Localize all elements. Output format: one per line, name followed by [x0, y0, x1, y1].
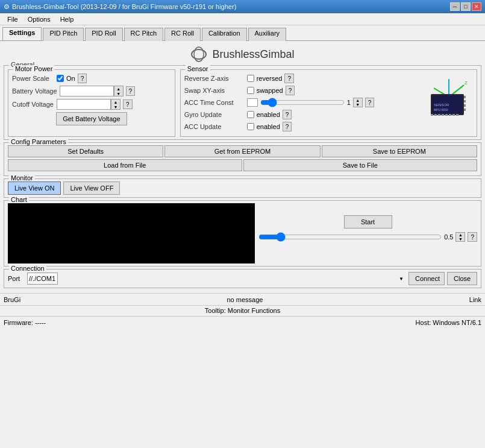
save-to-eeprom-button[interactable]: Save to EEPROM	[322, 145, 477, 157]
acc-time-const-spinner[interactable]: ▲ ▼	[353, 98, 363, 107]
chart-slider-up[interactable]: ▲	[456, 233, 465, 237]
acc-time-const-up[interactable]: ▲	[354, 98, 362, 103]
chart-section: Chart Start 0.5 ▲ ▼ ?	[4, 200, 481, 267]
acc-update-row: ACC Update enabled ?	[184, 122, 473, 131]
get-battery-button[interactable]: Get Battery Voltage	[56, 112, 127, 125]
maximize-button[interactable]: □	[461, 2, 471, 11]
acc-time-const-label: ACC Time Const	[184, 99, 245, 106]
connection-close-button[interactable]: Close	[447, 272, 477, 285]
acc-update-checkbox[interactable]	[247, 123, 254, 130]
chart-area: Start 0.5 ▲ ▼ ?	[8, 203, 477, 263]
battery-voltage-row: Battery Voltage 6.0 ▲ ▼ ?	[12, 86, 171, 96]
tabs-bar: Settings PID Pitch PID Roll RC Pitch RC …	[0, 25, 485, 41]
tab-pid-pitch[interactable]: PID Pitch	[43, 28, 84, 41]
config-params-section: Config Parameters Set Defaults Get from …	[4, 142, 481, 176]
svg-text:SENSOR: SENSOR	[434, 103, 449, 107]
swap-xy-axis-label: Swap XY-axis	[184, 87, 245, 94]
acc-time-const-down[interactable]: ▼	[354, 103, 362, 107]
title-bar-controls[interactable]: ─ □ ✕	[450, 2, 481, 11]
battery-voltage-up[interactable]: ▲	[114, 86, 123, 91]
svg-rect-17	[464, 100, 466, 103]
acc-update-check-label: enabled	[257, 123, 280, 130]
svg-text:Z: Z	[465, 80, 468, 86]
battery-voltage-input-group: 6.0 ▲ ▼	[60, 86, 124, 96]
set-defaults-button[interactable]: Set Defaults	[8, 145, 163, 157]
tab-pid-roll[interactable]: PID Roll	[85, 28, 122, 41]
config-row-1: Set Defaults Get from EEPROM Save to EEP…	[8, 145, 477, 157]
title-bar-text: Brushless-Gimbal-Tool (2013-12-09 / for …	[12, 3, 236, 10]
power-scale-help[interactable]: ?	[78, 74, 87, 83]
chart-slider-spinner[interactable]: ▲ ▼	[455, 232, 465, 242]
general-section: General Motor Power Power Scale On ? Bat…	[4, 65, 481, 140]
port-dropdown-arrow-icon: ▼	[399, 276, 404, 282]
tooltip-text: Tooltip: Monitor Functions	[205, 307, 280, 314]
chart-slider[interactable]	[258, 232, 442, 242]
gyro-update-label: Gyro Update	[184, 111, 245, 118]
reverse-z-axis-checkbox[interactable]	[247, 75, 254, 82]
chart-label: Chart	[9, 196, 29, 203]
menu-file[interactable]: File	[2, 15, 23, 24]
acc-update-help[interactable]: ?	[283, 122, 292, 131]
svg-rect-8	[431, 114, 433, 116]
tab-auxiliary[interactable]: Auxiliary	[248, 28, 287, 41]
swap-xy-axis-help[interactable]: ?	[286, 86, 295, 95]
firmware-bar: Firmware: ----- Host: Windows NT/6.1	[0, 316, 485, 328]
load-from-file-button[interactable]: Load from File	[8, 159, 242, 171]
gyro-update-help[interactable]: ?	[283, 110, 292, 119]
port-select[interactable]: //./COM1	[27, 273, 58, 285]
monitor-label: Monitor	[9, 174, 35, 181]
sensor-label: Sensor	[186, 65, 210, 72]
svg-rect-19	[464, 109, 466, 111]
monitor-section: Monitor Live View ON Live View OFF	[4, 178, 481, 198]
reverse-z-axis-label: Reverse Z-axis	[184, 75, 245, 82]
cutoff-voltage-row: Cutoff Voltage 6.0 ▲ ▼ ?	[12, 99, 171, 110]
get-from-eeprom-button[interactable]: Get from EEPROM	[164, 145, 320, 157]
minimize-button[interactable]: ─	[450, 2, 460, 11]
chart-slider-down[interactable]: ▼	[456, 237, 465, 241]
live-view-off-button[interactable]: Live View OFF	[63, 181, 120, 195]
app-icon: ⚙	[4, 3, 10, 11]
power-scale-label: Power Scale	[12, 75, 54, 82]
battery-voltage-spinner[interactable]: ▲ ▼	[114, 86, 124, 96]
svg-rect-10	[438, 114, 440, 116]
live-view-on-button[interactable]: Live View ON	[8, 181, 61, 195]
port-label: Port	[8, 275, 25, 282]
chart-slider-row: 0.5 ▲ ▼ ?	[258, 232, 477, 242]
cutoff-voltage-help[interactable]: ?	[123, 99, 133, 109]
cutoff-voltage-down[interactable]: ▼	[111, 104, 120, 109]
acc-time-const-help[interactable]: ?	[365, 98, 375, 107]
tab-rc-roll[interactable]: RC Roll	[164, 28, 201, 41]
acc-update-label: ACC Update	[184, 123, 245, 130]
cutoff-voltage-input[interactable]: 6.0	[57, 99, 111, 110]
gyro-update-checkbox[interactable]	[247, 111, 254, 118]
swap-xy-axis-checkbox[interactable]	[247, 87, 254, 94]
battery-voltage-down[interactable]: ▼	[114, 91, 123, 96]
menu-help[interactable]: Help	[55, 15, 79, 24]
save-to-file-button[interactable]: Save to File	[243, 159, 478, 171]
chart-canvas	[8, 203, 255, 263]
reverse-z-axis-help[interactable]: ?	[284, 74, 294, 83]
svg-rect-14	[452, 114, 455, 116]
tab-rc-pitch[interactable]: RC Pitch	[124, 28, 163, 41]
battery-voltage-input[interactable]: 6.0	[60, 86, 114, 96]
general-columns: Motor Power Power Scale On ? Battery Vol…	[8, 69, 477, 137]
tab-calibration[interactable]: Calibration	[202, 28, 247, 41]
chart-help[interactable]: ?	[468, 232, 477, 242]
battery-voltage-help[interactable]: ?	[126, 86, 136, 96]
cutoff-voltage-up[interactable]: ▲	[111, 99, 120, 104]
status-bar: BruGi no message Link	[0, 293, 485, 305]
acc-time-const-input-small[interactable]	[247, 98, 258, 107]
title-bar: ⚙ Brushless-Gimbal-Tool (2013-12-09 / fo…	[0, 0, 485, 13]
close-button[interactable]: ✕	[472, 2, 481, 11]
menu-options[interactable]: Options	[23, 15, 55, 24]
acc-time-const-slider[interactable]	[260, 98, 345, 107]
config-row-2: Load from File Save to File	[8, 159, 477, 171]
connect-button[interactable]: Connect	[408, 272, 445, 285]
gyro-update-check-label: enabled	[257, 111, 280, 118]
swap-xy-axis-check-label: swapped	[257, 87, 283, 94]
tab-settings[interactable]: Settings	[2, 27, 42, 40]
power-scale-checkbox[interactable]	[57, 75, 64, 82]
chart-start-button[interactable]: Start	[344, 215, 392, 229]
cutoff-voltage-spinner[interactable]: ▲ ▼	[111, 99, 120, 110]
monitor-buttons: Live View ON Live View OFF	[8, 181, 477, 195]
